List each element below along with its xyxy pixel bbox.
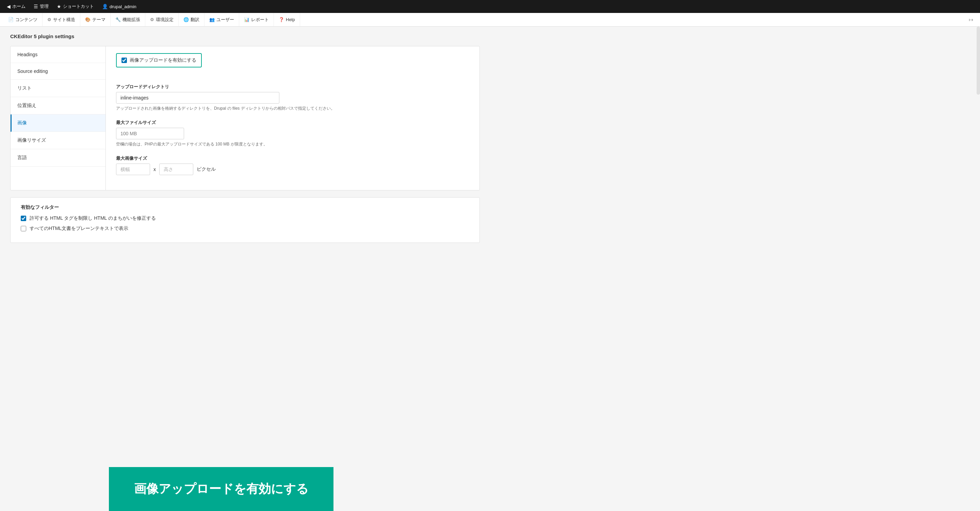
upload-dir-label: アップロードディレクトリ [116,84,469,90]
main-panel: 画像アップロードを有効にする アップロードディレクトリ アップロードされた画像を… [106,46,479,190]
image-width-input[interactable] [116,163,150,175]
dimension-row: x ピクセル [116,163,469,175]
upload-dir-description: アップロードされた画像を格納するディレクトリを、Drupal の files デ… [116,105,469,112]
filter-plain-text-label: すべてのHTML文書をプレーンテキストで表示 [30,225,128,232]
image-upload-label: 画像アップロードを有効にする [130,57,196,63]
sidebar-item-source-editing[interactable]: Source editing [11,63,105,80]
plugin-settings-layout: Headings Source editing リスト 位置揃え 画像 画像リサ… [10,46,480,190]
filter-row-restrict-html: 許可する HTML タグを制限し HTML のまちがいを修正する [21,215,469,222]
nav-manage[interactable]: ☰ 管理 [30,2,52,11]
dimension-separator: x [153,166,156,172]
content-icon: 📄 [8,17,14,22]
nav-home-label: ホーム [12,3,25,10]
filter-row-plain-text: すべてのHTML文書をプレーンテキストで表示 [21,225,469,232]
nav-manage-label: 管理 [40,3,49,10]
max-file-size-label: 最大ファイルサイズ [116,120,469,126]
nav-home[interactable]: ◀ ホーム [3,2,29,11]
toolbar-config[interactable]: ⚙ 環境設定 [145,13,179,26]
image-height-input[interactable] [159,163,193,175]
sidebar-item-alignment[interactable]: 位置揃え [11,97,105,115]
image-upload-checkbox[interactable] [121,57,127,63]
home-icon: ◀ [7,4,11,9]
sidebar-item-image[interactable]: 画像 [11,115,105,132]
scrollbar[interactable] [977,27,980,95]
filters-title: 有効なフィルター [21,204,469,211]
toolbar-extend[interactable]: 🔧 機能拡張 [111,13,145,26]
max-file-size-input[interactable] [116,128,184,139]
toolbar-structure[interactable]: ⚙ サイト構造 [43,13,80,26]
sidebar: Headings Source editing リスト 位置揃え 画像 画像リサ… [11,46,106,190]
star-icon: ★ [57,4,61,9]
toolbar-help[interactable]: ❓ Help [274,13,300,26]
sidebar-item-list[interactable]: リスト [11,80,105,97]
upload-dir-group: アップロードディレクトリ アップロードされた画像を格納するディレクトリを、Dru… [116,84,469,112]
nav-user[interactable]: 👤 drupal_admin [99,2,140,11]
nav-shortcuts[interactable]: ★ ショートカット [53,2,97,11]
nav-user-label: drupal_admin [110,4,137,9]
max-file-size-group: 最大ファイルサイズ 空欄の場合は、PHPの最大アップロードサイズである 100 … [116,120,469,147]
filter-plain-text-checkbox[interactable] [21,226,26,231]
max-image-size-label: 最大画像サイズ [116,155,469,161]
translate-icon: 🌐 [183,17,189,22]
max-image-size-group: 最大画像サイズ x ピクセル [116,155,469,175]
sidebar-item-language[interactable]: 言語 [11,149,105,166]
user-icon: 👤 [102,4,108,9]
image-upload-checkbox-container[interactable]: 画像アップロードを有効にする [116,53,202,67]
filter-restrict-html-checkbox[interactable] [21,216,26,221]
toolbar-users[interactable]: 👥 ユーザー [205,13,239,26]
page-title: CKEditor 5 plugin settings [10,34,480,39]
toolbar-reports[interactable]: 📊 レポート [239,13,274,26]
toolbar-end-icon: ↦ [969,16,973,23]
admin-toolbar: 📄 コンテンツ ⚙ サイト構造 🎨 テーマ 🔧 機能拡張 ⚙ 環境設定 🌐 翻訳… [0,13,980,27]
page-content: CKEditor 5 plugin settings Headings Sour… [0,27,490,250]
nav-shortcuts-label: ショートカット [63,3,94,10]
manage-icon: ☰ [34,4,38,9]
extend-icon: 🔧 [115,17,121,22]
reports-icon: 📊 [244,17,250,22]
toolbar-content[interactable]: 📄 コンテンツ [3,13,43,26]
users-icon: 👥 [209,17,215,22]
max-file-size-description: 空欄の場合は、PHPの最大アップロードサイズである 100 MB が限度となりま… [116,141,469,147]
toolbar-theme[interactable]: 🎨 テーマ [80,13,111,26]
filter-restrict-html-label: 許可する HTML タグを制限し HTML のまちがいを修正する [30,215,156,222]
theme-icon: 🎨 [85,17,91,22]
config-icon: ⚙ [150,17,154,22]
filters-section: 有効なフィルター 許可する HTML タグを制限し HTML のまちがいを修正す… [10,197,480,243]
toolbar-translate[interactable]: 🌐 翻訳 [179,13,205,26]
sidebar-item-headings[interactable]: Headings [11,46,105,63]
dimension-unit: ピクセル [197,166,216,172]
upload-dir-input[interactable] [116,92,279,104]
help-icon: ❓ [279,17,284,22]
structure-icon: ⚙ [47,17,51,22]
sidebar-item-image-resize[interactable]: 画像リサイズ [11,132,105,149]
toolbar-end: ↦ [966,16,977,23]
top-navigation: ◀ ホーム ☰ 管理 ★ ショートカット 👤 drupal_admin [0,0,980,13]
